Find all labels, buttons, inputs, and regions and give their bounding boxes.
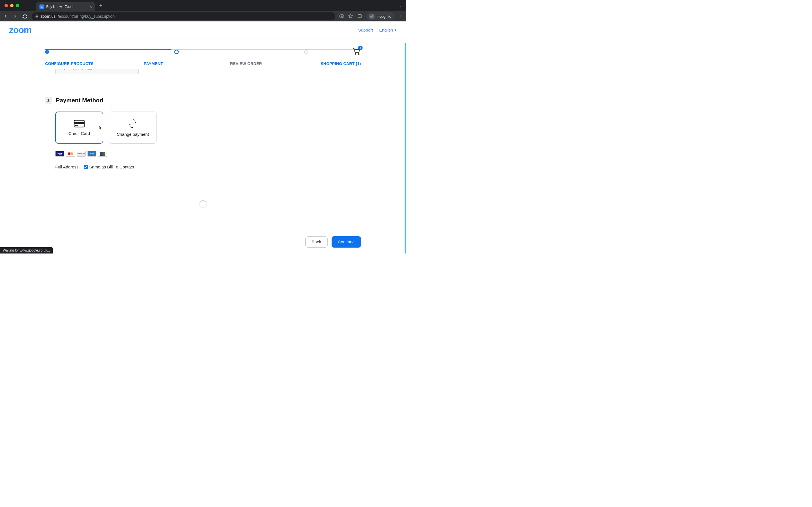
- page-body: zoom Support English ▼ ✓: [0, 21, 406, 253]
- back-button[interactable]: Back: [305, 236, 327, 247]
- payment-option-cc-label: Credit Card: [68, 131, 90, 136]
- step-label-review: REVIEW ORDER: [230, 61, 262, 66]
- url-domain: zoom.us: [41, 14, 56, 18]
- step-label-configure[interactable]: CONFIGURE PRODUCTS: [45, 61, 94, 66]
- sync-icon: [128, 119, 138, 128]
- content-area: GB VAT Number ✓ Not VAT Registered ? 3 P…: [0, 69, 406, 208]
- tab-search-icon[interactable]: ⌄: [399, 4, 402, 8]
- chevron-down-icon: ▼: [394, 29, 397, 32]
- section-step-number: 3: [45, 97, 52, 104]
- support-link[interactable]: Support: [358, 27, 373, 33]
- svg-point-6: [358, 54, 359, 55]
- vat-not-registered-row[interactable]: ✓ Not VAT Registered ?: [144, 69, 192, 69]
- address-bar[interactable]: zoom.us/account/billing/buy_subscription: [32, 12, 335, 20]
- toolbar-right: Incognito ⋮: [339, 12, 403, 20]
- incognito-indicator[interactable]: Incognito: [366, 12, 394, 20]
- payment-method-section: 3 Payment Method Credit Card: [45, 97, 361, 208]
- zoom-logo[interactable]: zoom: [9, 25, 32, 35]
- vat-input-group[interactable]: GB VAT Number: [55, 69, 139, 74]
- section-title: Payment Method: [56, 97, 103, 104]
- same-as-bill-to[interactable]: Same as Bill To Contact: [84, 165, 134, 169]
- svg-point-4: [372, 16, 373, 17]
- panel-icon[interactable]: [357, 14, 362, 19]
- language-label: English: [379, 27, 393, 33]
- language-selector[interactable]: English ▼: [379, 27, 397, 33]
- back-button-label: Back: [312, 239, 321, 244]
- step-node-review: [304, 50, 308, 54]
- accepted-cards: VISA DISCOVER AMEX: [55, 151, 361, 157]
- full-address-label: Full Address: [55, 165, 79, 169]
- payment-option-credit-card[interactable]: Credit Card: [55, 112, 103, 144]
- header-actions: Support English ▼: [358, 27, 397, 33]
- browser-status-bar: Waiting for www.google.co.uk...: [0, 247, 53, 253]
- vat-not-registered-label: Not VAT Registered: [149, 69, 186, 69]
- loading-spinner-icon: [199, 200, 207, 208]
- section-header: 3 Payment Method: [45, 97, 361, 104]
- svg-rect-1: [358, 14, 361, 17]
- new-tab-button[interactable]: +: [99, 3, 102, 9]
- payment-option-change[interactable]: Change payment: [109, 112, 157, 144]
- cart-count-badge: 1: [358, 46, 363, 50]
- continue-button-label: Continue: [338, 239, 355, 244]
- step-node-payment[interactable]: [174, 50, 179, 54]
- vat-prefix: GB: [56, 69, 69, 74]
- browser-toolbar: zoom.us/account/billing/buy_subscription…: [0, 11, 406, 21]
- credit-card-icon: [73, 120, 85, 128]
- continue-button[interactable]: Continue: [332, 236, 361, 247]
- nav-back-button[interactable]: [3, 14, 8, 19]
- tab-title: Buy it now - Zoom: [46, 5, 73, 9]
- browser-tab-strip: Z Buy it now - Zoom × + ⌄: [0, 0, 406, 11]
- same-as-checkbox[interactable]: [84, 165, 88, 169]
- bookmark-star-icon[interactable]: [348, 13, 353, 19]
- vat-row-partial: GB VAT Number ✓ Not VAT Registered ?: [45, 69, 361, 75]
- step-label-cart[interactable]: SHOPPING CART (1): [320, 61, 361, 66]
- status-text: Waiting for www.google.co.uk...: [3, 248, 50, 252]
- full-address-row: Full Address Same as Bill To Contact: [55, 165, 361, 169]
- window-controls: [4, 4, 19, 7]
- vat-number-field[interactable]: VAT Number: [69, 69, 139, 74]
- nav-forward-button[interactable]: [12, 14, 18, 19]
- eye-off-icon[interactable]: [339, 13, 344, 19]
- payment-options: Credit Card Change payment: [55, 112, 361, 144]
- browser-tab[interactable]: Z Buy it now - Zoom ×: [36, 2, 95, 11]
- svg-rect-9: [75, 125, 78, 126]
- decorative-edge: [405, 43, 406, 253]
- url-path: /account/billing/buy_subscription: [58, 14, 115, 18]
- jcb-logo-icon: [98, 151, 107, 157]
- visa-logo-icon: VISA: [55, 151, 64, 157]
- tab-favicon-icon: Z: [40, 4, 44, 9]
- step-track-fill: [45, 49, 171, 50]
- window-maximize[interactable]: [16, 4, 19, 7]
- svg-marker-0: [349, 14, 353, 18]
- step-label-payment[interactable]: PAYMENT: [144, 61, 163, 66]
- payment-option-change-label: Change payment: [117, 132, 149, 136]
- tab-close-icon[interactable]: ×: [90, 4, 92, 9]
- nav-reload-button[interactable]: [22, 14, 28, 19]
- footer-actions: Back Continue: [0, 230, 406, 253]
- browser-menu-icon[interactable]: ⋮: [398, 14, 403, 18]
- amex-logo-icon: AMEX: [87, 151, 96, 157]
- svg-point-5: [355, 54, 356, 55]
- incognito-icon: [369, 13, 375, 19]
- window-close[interactable]: [4, 4, 8, 7]
- window-minimize[interactable]: [10, 4, 13, 7]
- shopping-cart-icon[interactable]: 1: [352, 47, 361, 56]
- lock-icon: [35, 14, 38, 18]
- step-node-configure[interactable]: ✓: [45, 50, 49, 54]
- svg-rect-8: [74, 122, 84, 124]
- same-as-label: Same as Bill To Contact: [89, 165, 134, 169]
- mastercard-logo-icon: [66, 151, 75, 157]
- checkout-stepper: ✓ 1 CONFIGURE PRODUCTS PAYMENT REVIEW OR…: [0, 39, 406, 69]
- site-header: zoom Support English ▼: [0, 21, 406, 39]
- discover-logo-icon: DISCOVER: [77, 151, 86, 157]
- svg-point-3: [371, 16, 372, 17]
- incognito-label: Incognito: [376, 14, 391, 18]
